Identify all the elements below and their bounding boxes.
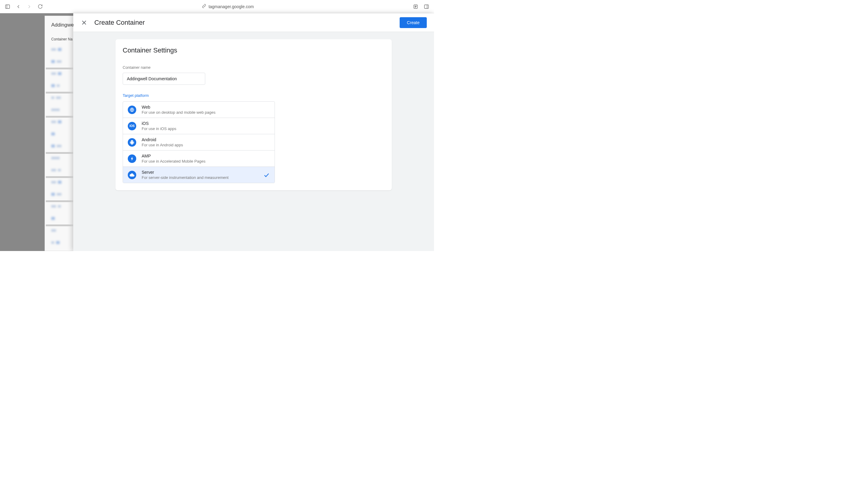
platform-name: iOS (142, 121, 270, 126)
platform-option-ios[interactable]: iOS iOS For use in iOS apps (123, 118, 275, 134)
platform-list: Web For use on desktop and mobile web pa… (123, 101, 275, 183)
platform-info: iOS For use in iOS apps (142, 121, 270, 131)
ios-icon: iOS (128, 122, 136, 130)
platform-name: Android (142, 137, 270, 142)
platform-desc: For use in Accelerated Mobile Pages (142, 159, 270, 163)
column-header: Container Na (51, 37, 73, 41)
browser-nav-controls (5, 4, 43, 9)
back-button-icon[interactable] (16, 4, 21, 9)
platform-info: AMP For use in Accelerated Mobile Pages (142, 153, 270, 163)
platform-desc: For use on desktop and mobile web pages (142, 110, 270, 114)
platform-option-server[interactable]: Server For server-side instrumentation a… (123, 167, 275, 183)
platform-name: AMP (142, 153, 270, 158)
target-platform-label: Target platform (123, 93, 384, 98)
card-title: Container Settings (123, 47, 384, 54)
url-text: tagmanager.google.com (209, 4, 254, 9)
browser-right-controls (413, 4, 429, 9)
account-name: Addingwe (51, 22, 74, 28)
address-bar[interactable]: tagmanager.google.com (43, 4, 413, 9)
reload-button-icon[interactable] (37, 4, 43, 9)
blurred-container-list (45, 43, 73, 249)
forward-button-icon (27, 4, 32, 9)
check-icon (263, 172, 270, 178)
platform-desc: For server-side instrumentation and meas… (142, 175, 263, 180)
container-settings-card: Container Settings Container name Target… (115, 39, 392, 190)
panel-toggle-icon[interactable] (424, 4, 429, 9)
platform-info: Web For use on desktop and mobile web pa… (142, 105, 270, 114)
platform-desc: For use in Android apps (142, 143, 270, 147)
platform-desc: For use in iOS apps (142, 127, 270, 131)
amp-icon (128, 154, 136, 163)
platform-name: Server (142, 170, 263, 175)
platform-info: Server For server-side instrumentation a… (142, 170, 263, 180)
browser-toolbar: tagmanager.google.com (0, 0, 434, 13)
server-icon (128, 171, 136, 179)
container-name-label: Container name (123, 65, 384, 70)
panel-title: Create Container (94, 19, 400, 27)
link-icon (202, 4, 206, 9)
content-area: Addingwe Container Na Create Container C… (0, 13, 434, 251)
reader-icon[interactable] (413, 4, 418, 9)
close-button[interactable] (81, 19, 88, 26)
container-name-input[interactable] (123, 73, 205, 85)
platform-option-android[interactable]: Android For use in Android apps (123, 134, 275, 151)
platform-option-web[interactable]: Web For use on desktop and mobile web pa… (123, 102, 275, 118)
sidebar-toggle-icon[interactable] (5, 4, 10, 9)
platform-option-amp[interactable]: AMP For use in Accelerated Mobile Pages (123, 151, 275, 167)
platform-info: Android For use in Android apps (142, 137, 270, 147)
create-container-panel: Create Container Create Container Settin… (73, 13, 434, 251)
web-icon (128, 106, 136, 114)
platform-name: Web (142, 105, 270, 110)
svg-rect-3 (424, 5, 428, 8)
panel-header: Create Container Create (73, 13, 434, 32)
create-button[interactable]: Create (400, 17, 427, 28)
svg-rect-0 (6, 5, 10, 8)
android-icon (128, 138, 136, 147)
